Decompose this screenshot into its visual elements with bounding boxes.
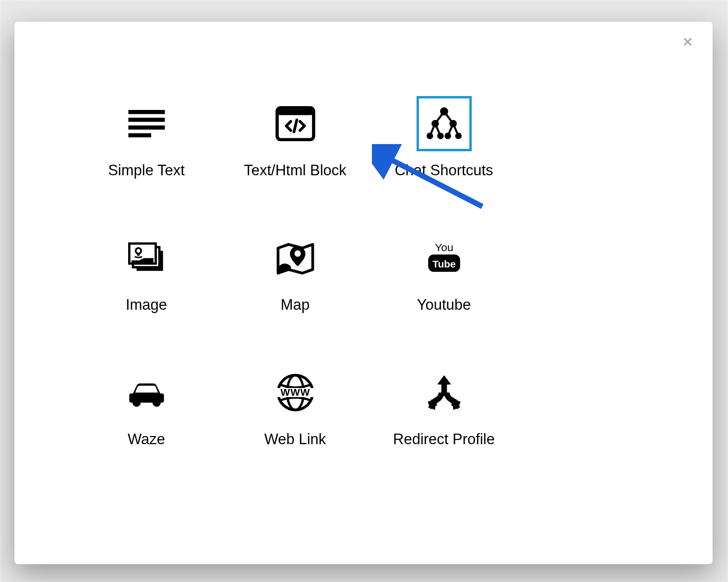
map-pin-icon — [268, 230, 323, 286]
car-icon — [119, 365, 174, 420]
option-html-block[interactable]: Text/Html Block — [221, 96, 370, 230]
svg-rect-2 — [128, 125, 165, 130]
option-label: Simple Text — [108, 162, 185, 179]
image-stack-icon — [119, 230, 174, 286]
option-waze[interactable]: Waze — [72, 365, 221, 499]
svg-point-17 — [437, 133, 444, 139]
svg-point-16 — [426, 133, 433, 139]
tree-graph-icon — [417, 96, 472, 151]
option-youtube[interactable]: You Tube Youtube — [370, 230, 518, 365]
svg-text:Tube: Tube — [432, 258, 455, 269]
content-type-picker-modal: Simple Text Text/Html Block — [14, 22, 713, 564]
svg-rect-6 — [277, 111, 313, 115]
option-label: Web Link — [264, 431, 326, 448]
option-map[interactable]: Map — [221, 230, 370, 365]
option-label: Redirect Profile — [393, 431, 495, 448]
svg-point-29 — [132, 399, 141, 407]
svg-point-19 — [455, 133, 462, 139]
svg-rect-3 — [128, 133, 151, 137]
option-label: Map — [281, 296, 310, 314]
close-button[interactable] — [681, 35, 694, 48]
close-icon — [682, 36, 693, 47]
option-label: Chat Shortcuts — [394, 162, 493, 179]
option-chat-shortcuts[interactable]: Chat Shortcuts — [370, 96, 518, 230]
svg-point-24 — [137, 253, 140, 256]
svg-text:WWW: WWW — [280, 387, 310, 398]
svg-text:You: You — [435, 241, 453, 254]
option-label: Text/Html Block — [244, 162, 346, 179]
svg-rect-1 — [128, 118, 165, 122]
option-label: Image — [126, 296, 167, 314]
svg-point-14 — [431, 120, 439, 127]
options-grid: Simple Text Text/Html Block — [72, 96, 665, 499]
option-label: Youtube — [417, 296, 471, 314]
www-globe-icon: WWW — [268, 365, 323, 420]
svg-point-18 — [444, 133, 451, 139]
option-web-link[interactable]: WWW Web Link — [221, 365, 370, 499]
svg-rect-0 — [128, 110, 165, 114]
option-redirect-profile[interactable]: Redirect Profile — [370, 365, 518, 499]
text-lines-icon — [119, 96, 174, 151]
option-image[interactable]: Image — [72, 230, 221, 365]
svg-point-25 — [294, 250, 300, 256]
option-simple-text[interactable]: Simple Text — [72, 96, 221, 230]
svg-point-13 — [440, 108, 448, 116]
code-block-icon — [268, 96, 323, 151]
svg-point-15 — [449, 120, 456, 127]
youtube-icon: You Tube — [417, 230, 472, 286]
option-label: Waze — [128, 431, 165, 448]
svg-point-30 — [152, 399, 160, 407]
split-arrows-icon — [417, 365, 472, 420]
